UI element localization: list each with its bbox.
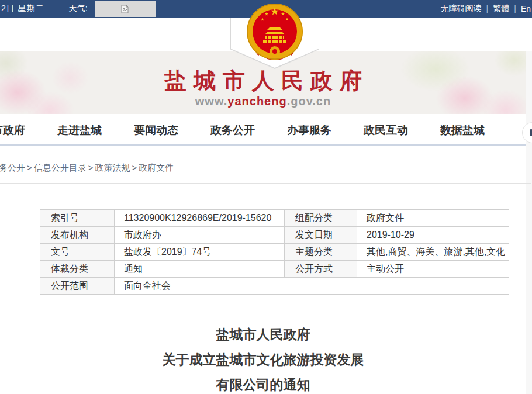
nav-item-news[interactable]: 要闻动态 (134, 123, 178, 138)
meta-value-index-number: 11320900K12926869E/2019-15620 (115, 210, 285, 227)
breadcrumb-separator: > (88, 163, 94, 172)
site-url: www.yancheng.gov.cn (0, 95, 526, 108)
nav-item-data[interactable]: 数据盐城 (440, 123, 485, 138)
nav-item-services[interactable]: 办事服务 (287, 123, 331, 138)
table-row: 索引号 11320900K12926869E/2019-15620 组配分类 政… (40, 210, 509, 227)
breadcrumb-item-gov-affairs[interactable]: 政务公开 (0, 163, 25, 172)
topbar-divider: | (486, 4, 489, 13)
document-meta-table: 索引号 11320900K12926869E/2019-15620 组配分类 政… (40, 209, 509, 295)
table-row: 公开范围 面向全社会 (40, 278, 509, 295)
document-title-line3: 有限公司的通知 (0, 372, 526, 394)
meta-label-issuing-agency: 发布机构 (40, 227, 115, 244)
meta-value-disclosure-method: 主动公开 (357, 261, 509, 278)
page-gutter (526, 51, 532, 394)
meta-label-index-number: 索引号 (40, 210, 115, 227)
document-title-line2: 关于成立盐城市文化旅游投资发展 (0, 347, 526, 372)
document-title: 盐城市人民政府 关于成立盐城市文化旅游投资发展 有限公司的通知 (0, 322, 526, 394)
meta-value-doc-number: 盐政发〔2019〕74号 (115, 244, 285, 261)
topbar-divider: | (514, 4, 516, 13)
nav-item-about-yancheng[interactable]: 走进盐城 (57, 123, 102, 138)
meta-value-genre-category: 通知 (115, 261, 285, 278)
accessibility-link[interactable]: 无障碍阅读 (441, 4, 482, 14)
breadcrumb-separator: > (132, 163, 137, 172)
breadcrumb-item-policies[interactable]: 政策法规 (95, 163, 130, 172)
meta-label-topic-category: 主题分类 (285, 244, 357, 261)
weather-widget (95, 1, 156, 17)
meta-label-genre-category: 体裁分类 (40, 261, 115, 278)
main-nav: 市政府 走进盐城 要闻动态 政务公开 办事服务 政民互动 数据盐城 (0, 114, 526, 146)
table-row: 体裁分类 通知 公开方式 主动公开 (40, 261, 509, 278)
site-url-name: yancheng (227, 95, 286, 108)
site-url-prefix: www. (195, 95, 227, 108)
breadcrumb-item-info-catalog[interactable]: 信息公开目录 (34, 163, 87, 172)
table-row: 发布机构 市政府办 发文日期 2019-10-29 (40, 227, 509, 244)
traditional-chinese-link[interactable]: 繁體 (493, 4, 509, 14)
weather-label: 天气: (69, 4, 88, 14)
topbar-date: 2日 星期二 (1, 4, 44, 14)
meta-value-group-category: 政府文件 (357, 210, 509, 227)
nav-item-interaction[interactable]: 政民互动 (364, 123, 408, 138)
meta-label-disclosure-method: 公开方式 (285, 261, 357, 278)
meta-label-doc-number: 文号 (40, 244, 115, 261)
nav-item-gov-affairs[interactable]: 政务公开 (210, 123, 255, 138)
meta-label-disclosure-scope: 公开范围 (40, 278, 115, 295)
breadcrumb-separator: > (27, 163, 32, 172)
meta-value-disclosure-scope: 面向全社会 (115, 278, 509, 295)
broken-image-icon (121, 5, 129, 13)
national-emblem-icon (246, 2, 304, 61)
meta-value-topic-category: 其他,商贸、海关、旅游,其他,文化 (357, 244, 509, 261)
breadcrumb-item-gov-documents[interactable]: 政府文件 (139, 163, 174, 172)
table-row: 文号 盐政发〔2019〕74号 主题分类 其他,商贸、海关、旅游,其他,文化 (40, 244, 509, 261)
document-title-line1: 盐城市人民政府 (0, 322, 526, 347)
english-link[interactable]: En (521, 4, 531, 13)
search-icon (530, 129, 532, 136)
meta-label-group-category: 组配分类 (285, 210, 357, 227)
meta-label-issue-date: 发文日期 (285, 227, 357, 244)
content-divider (0, 183, 531, 184)
meta-value-issue-date: 2019-10-29 (357, 227, 509, 244)
meta-value-issuing-agency: 市政府办 (115, 227, 285, 244)
breadcrumb: 政务公开>信息公开目录>政策法规>政府文件 (0, 159, 516, 177)
nav-item-city-government[interactable]: 市政府 (0, 123, 25, 138)
site-url-suffix: .gov.cn (287, 95, 331, 108)
site-title: 盐城市人民政府 (0, 66, 526, 96)
